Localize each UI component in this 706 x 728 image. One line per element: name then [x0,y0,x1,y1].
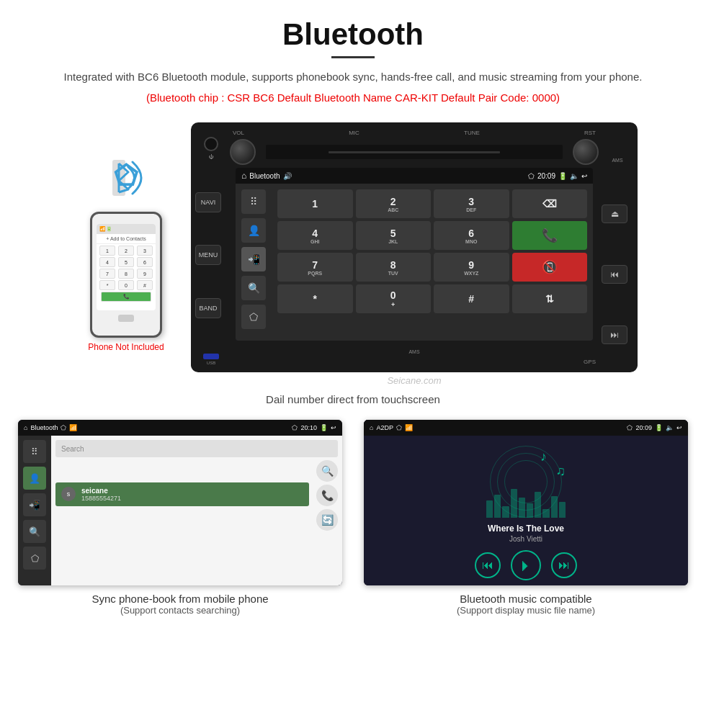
phone-bottom [92,315,160,322]
phone-call-btn[interactable]: 📞 [101,292,151,302]
viz-bar-1 [486,500,493,518]
music-next-btn[interactable]: ⏭ [551,552,577,578]
dial-key-2[interactable]: 2ABC [356,189,432,218]
music-caption-sub: (Support display music file name) [457,605,595,616]
music-bt-icon: ⬠ [396,424,402,431]
bluetooth-specs: (Bluetooth chip : CSR BC6 Default Blueto… [29,91,677,104]
dial-key-call[interactable]: 📞 [512,221,588,250]
dial-key-backspace[interactable]: ⌫ [512,189,588,218]
title-divider [331,56,375,58]
pb-apps-icon[interactable]: ⠿ [23,440,46,463]
dial-key-6[interactable]: 6MNO [434,221,509,250]
pb-back: ↩ [331,424,336,431]
pb-contact-info: seicane 15885554271 [81,487,303,502]
viz-bar-8 [542,509,549,518]
phone-left-section: ⬠ 📶🔋 + Add to Contacts 1 2 3 [68,156,184,352]
music-signal: 📶 [405,424,413,431]
phone-key-5: 5 [118,257,134,267]
phone-add-contacts: + Add to Contacts [97,234,156,244]
sidebar-calls-icon[interactable]: 📲 [241,247,266,271]
car-tune-knob[interactable] [573,139,599,165]
dial-key-swap[interactable]: ⇅ [512,284,588,313]
car-screen: ⌂ Bluetooth 🔊 ⬠ 20:09 🔋 🔈 ↩ [236,168,593,341]
music-status-right: ⬠ 20:09 🔋 🔈 ↩ [627,424,682,431]
music-status-bar: ⌂ A2DP ⬠ 📶 ⬠ 20:09 🔋 🔈 ↩ [364,420,688,436]
phonebook-caption: Sync phone-book from mobile phone (Suppo… [91,593,268,616]
music-caption: Bluetooth music compatible (Support disp… [457,593,595,616]
viz-bar-7 [535,492,541,518]
phone-dialer-row-2: 4 5 6 [98,257,154,267]
dial-key-3[interactable]: 3DEF [434,189,509,218]
phonebook-status-bar: ⌂ Bluetooth ⬠ 📶 ⬠ 20:10 🔋 ↩ [18,420,342,436]
status-right: ⬠ 20:09 🔋 🔈 ↩ [528,172,587,180]
phonebook-sidebar: ⠿ 👤 📲 🔍 ⬠ [18,436,51,585]
sidebar-apps-icon[interactable]: ⠿ [241,189,266,214]
bluetooth-icon-status: ⬠ [528,172,535,180]
dial-key-1[interactable]: 1 [277,189,353,218]
car-next-btn[interactable]: ⏭ [602,325,627,344]
dial-key-9[interactable]: 9WXYZ [434,253,509,282]
audio-icon: 🔊 [283,172,292,180]
music-play-btn[interactable]: ⏵ [511,550,541,580]
music-bt-icon2: ⬠ [627,424,633,431]
music-screenshot: ⌂ A2DP ⬠ 📶 ⬠ 20:09 🔋 🔈 ↩ [364,420,688,585]
music-vol: 🔈 [666,424,674,431]
pb-search-action-btn[interactable]: 🔍 [316,460,338,482]
dial-key-8[interactable]: 8TUV [356,253,432,282]
phonebook-status-right: ⬠ 20:10 🔋 ↩ [292,424,336,431]
dial-key-0[interactable]: 0+ [356,284,432,313]
music-battery: 🔋 [655,424,663,431]
screen-sidebar: ⠿ 👤 📲 🔍 ⬠ [236,184,272,341]
car-left-panel: ⏻ NAVI MENU BAND USB [195,130,227,365]
phone-dialer-row-3: 7 8 9 [98,269,154,279]
pb-bt-sidebar-icon[interactable]: ⬠ [23,547,46,570]
pb-search-icon2[interactable]: 🔍 [23,520,46,543]
pb-search-bar[interactable]: Search [55,440,338,457]
car-prev-btn[interactable]: ⏮ [602,265,627,284]
viz-bar-9 [551,496,558,518]
phone-not-included-label: Phone Not Included [88,342,164,352]
pb-search-placeholder: Search [61,445,84,453]
page-description: Integrated with BC6 Bluetooth module, su… [29,68,677,86]
sidebar-bluetooth-icon[interactable]: ⬠ [241,305,266,329]
dial-key-star[interactable]: * [277,284,353,313]
phone-key-star: * [99,280,115,290]
viz-bar-3 [502,506,509,518]
dial-key-7[interactable]: 7PQRS [277,253,353,282]
phone-dialer-row-4: * 0 # [98,280,154,290]
dial-key-hash[interactable]: # [434,284,509,313]
phone-dialer-row-5: 📞 [98,292,154,302]
car-vol-knob[interactable] [230,139,256,165]
pb-call-action-btn[interactable]: 📞 [316,485,338,506]
phone-screen: 📶🔋 + Add to Contacts 1 2 3 4 5 6 [97,224,156,310]
pb-time: 20:10 [300,424,317,431]
music-content: ♪ ♫ [364,436,688,585]
music-prev-btn[interactable]: ⏮ [475,552,501,578]
car-eject-btn[interactable]: ⏏ [602,205,627,223]
music-app-name: A2DP [376,424,393,431]
music-song-title: Where Is The Love [374,523,678,534]
pb-calls-icon[interactable]: 📲 [23,493,46,516]
phone-dialer-row-1: 1 2 3 [98,246,154,256]
screen-app-name: Bluetooth [249,172,280,180]
music-caption-main: Bluetooth music compatible [457,593,595,605]
sidebar-search-icon[interactable]: 🔍 [241,276,266,300]
main-image-section: ⬠ 📶🔋 + Add to Contacts 1 2 3 [0,122,706,386]
car-band-btn[interactable]: BAND [195,298,221,318]
sidebar-contacts-icon[interactable]: 👤 [241,218,266,243]
car-power-btn[interactable] [204,137,218,151]
car-outer-body: ⏻ NAVI MENU BAND USB [191,122,638,372]
dial-key-5[interactable]: 5JKL [356,221,432,250]
tune-label: TUNE [464,130,480,136]
music-controls: ⏮ ⏵ ⏭ [374,550,678,580]
pb-sync-btn[interactable]: 🔄 [316,509,338,531]
pb-contacts-icon[interactable]: 👤 [23,467,46,490]
back-icon: ↩ [581,172,587,180]
dial-key-end[interactable]: 📵 [512,253,588,282]
music-time: 20:09 [635,424,652,431]
mic-label: MIC [349,130,359,136]
car-menu-btn[interactable]: MENU [195,245,221,265]
car-unit: ⏻ NAVI MENU BAND USB [191,122,638,386]
dial-key-4[interactable]: 4GHI [277,221,353,250]
car-navi-btn[interactable]: NAVI [195,192,221,212]
